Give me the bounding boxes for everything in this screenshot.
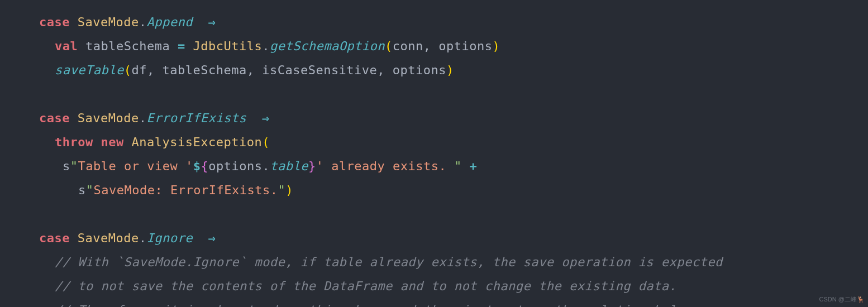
- arrow-icon: ⇒: [208, 15, 216, 29]
- rbrace: }: [308, 159, 316, 173]
- dot: .: [262, 39, 270, 53]
- quote: ": [278, 183, 285, 197]
- member-errorifexists: ErrorIfExists: [146, 111, 246, 125]
- arrow-icon: ⇒: [262, 111, 270, 125]
- string-prefix: s: [78, 183, 86, 197]
- op-eq: =: [178, 39, 185, 53]
- code-block: case SaveMode.Append ⇒ val tableSchema =…: [0, 0, 868, 307]
- keyword-val: val: [55, 39, 78, 53]
- ident-options: options: [208, 159, 262, 173]
- lparen: (: [262, 135, 270, 149]
- keyword-new: new: [101, 135, 123, 149]
- comma: ,: [377, 63, 393, 77]
- ident-conn: conn: [393, 39, 423, 53]
- keyword-throw: throw: [55, 135, 93, 149]
- ident-options: options: [438, 39, 492, 53]
- keyword-case: case: [39, 111, 70, 125]
- dollar: $: [193, 159, 201, 173]
- comment-line: // Therefore, it is okay to do nothing h…: [55, 303, 700, 307]
- watermark: CSDN @二峰🦌: [819, 295, 865, 304]
- type-savemode: SaveMode: [78, 231, 139, 245]
- method-getschemaoption: getSchemaOption: [270, 39, 385, 53]
- dot: .: [139, 231, 147, 245]
- type-analysisexception: AnalysisException: [131, 135, 262, 149]
- string-literal: Table or view ': [78, 159, 193, 173]
- quote: ": [86, 183, 94, 197]
- op-plus: +: [470, 159, 478, 173]
- rparen: ): [285, 183, 293, 197]
- lparen: (: [385, 39, 393, 53]
- keyword-case: case: [39, 231, 70, 245]
- lparen: (: [124, 63, 132, 77]
- string-literal: SaveMode: ErrorIfExists.: [94, 183, 278, 197]
- comma: ,: [423, 39, 439, 53]
- ident-iscasesensitive: isCaseSensitive: [262, 63, 377, 77]
- comment-line: // to not save the contents of the DataF…: [55, 279, 676, 293]
- ident-options: options: [393, 63, 446, 77]
- string-prefix: s: [63, 159, 70, 173]
- quote: ": [70, 159, 78, 173]
- member-table: table: [270, 159, 308, 173]
- lbrace: {: [201, 159, 208, 173]
- rparen: ): [493, 39, 500, 53]
- type-savemode: SaveMode: [78, 15, 139, 29]
- method-savetable: saveTable: [55, 63, 124, 77]
- comma: ,: [247, 63, 263, 77]
- dot: .: [139, 15, 147, 29]
- ident-tableschema: tableSchema: [162, 63, 246, 77]
- member-ignore: Ignore: [146, 231, 192, 245]
- string-literal: ' already exists.: [316, 159, 454, 173]
- ident-tableschema: tableSchema: [85, 39, 170, 53]
- comma: ,: [147, 63, 163, 77]
- arrow-icon: ⇒: [208, 231, 216, 245]
- rparen: ): [446, 63, 454, 77]
- type-savemode: SaveMode: [78, 111, 139, 125]
- dot: .: [139, 111, 147, 125]
- ident-df: df: [131, 63, 147, 77]
- member-append: Append: [146, 15, 192, 29]
- quote: ": [454, 159, 462, 173]
- type-jdbcutils: JdbcUtils: [193, 39, 262, 53]
- comment-line: // With `SaveMode.Ignore` mode, if table…: [55, 255, 723, 269]
- dot: .: [262, 159, 270, 173]
- keyword-case: case: [39, 15, 70, 29]
